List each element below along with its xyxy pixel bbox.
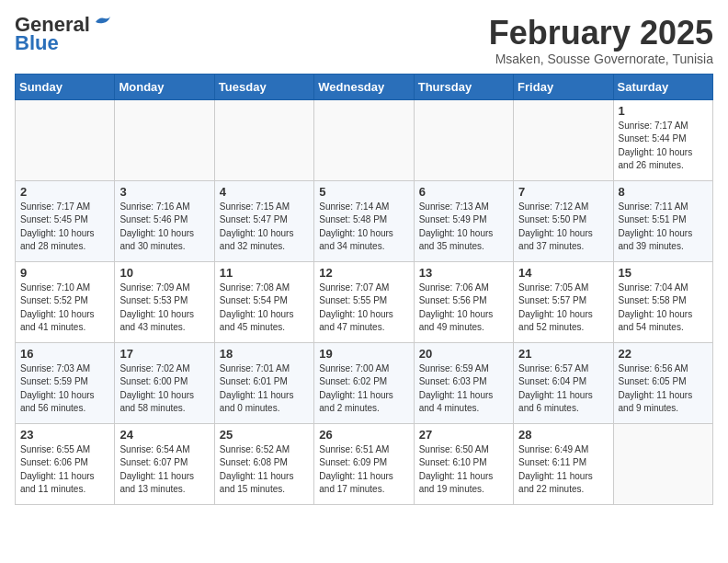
day-cell: 8Sunrise: 7:11 AM Sunset: 5:51 PM Daylig… [613,180,712,261]
day-cell: 4Sunrise: 7:15 AM Sunset: 5:47 PM Daylig… [214,180,313,261]
day-info: Sunrise: 7:17 AM Sunset: 5:45 PM Dayligh… [20,201,109,254]
day-cell: 28Sunrise: 6:49 AM Sunset: 6:11 PM Dayli… [514,423,613,504]
day-info: Sunrise: 6:49 AM Sunset: 6:11 PM Dayligh… [518,443,608,497]
day-info: Sunrise: 7:01 AM Sunset: 6:01 PM Dayligh… [220,362,309,416]
day-cell: 22Sunrise: 6:56 AM Sunset: 6:05 PM Dayli… [613,342,712,423]
day-cell: 20Sunrise: 6:59 AM Sunset: 6:03 PM Dayli… [414,342,513,423]
day-info: Sunrise: 7:13 AM Sunset: 5:49 PM Dayligh… [419,201,508,254]
day-number: 11 [220,266,309,280]
week-row-2: 2Sunrise: 7:17 AM Sunset: 5:45 PM Daylig… [16,180,713,261]
day-number: 8 [619,185,708,199]
day-cell: 9Sunrise: 7:10 AM Sunset: 5:52 PM Daylig… [16,261,115,342]
day-info: Sunrise: 7:04 AM Sunset: 5:58 PM Dayligh… [619,282,708,335]
weekday-header-sunday: Sunday [16,74,115,99]
day-number: 25 [220,428,309,442]
logo-bird-icon [92,15,112,29]
day-number: 20 [419,347,508,361]
day-cell: 7Sunrise: 7:12 AM Sunset: 5:50 PM Daylig… [514,180,613,261]
day-info: Sunrise: 6:59 AM Sunset: 6:03 PM Dayligh… [419,362,508,416]
day-cell: 3Sunrise: 7:16 AM Sunset: 5:46 PM Daylig… [115,180,214,261]
day-info: Sunrise: 7:02 AM Sunset: 6:00 PM Dayligh… [119,362,209,416]
day-info: Sunrise: 7:16 AM Sunset: 5:46 PM Dayligh… [119,201,209,254]
day-cell [214,99,313,180]
day-info: Sunrise: 6:52 AM Sunset: 6:08 PM Dayligh… [220,443,309,497]
logo-blue-text: Blue [15,33,59,53]
day-cell: 26Sunrise: 6:51 AM Sunset: 6:09 PM Dayli… [314,423,414,504]
day-info: Sunrise: 7:15 AM Sunset: 5:47 PM Dayligh… [220,201,309,254]
day-number: 7 [518,185,608,199]
day-info: Sunrise: 7:08 AM Sunset: 5:54 PM Dayligh… [220,282,309,335]
day-cell: 15Sunrise: 7:04 AM Sunset: 5:58 PM Dayli… [613,261,712,342]
day-info: Sunrise: 6:54 AM Sunset: 6:07 PM Dayligh… [119,443,209,497]
day-info: Sunrise: 7:00 AM Sunset: 6:02 PM Dayligh… [319,362,408,416]
day-number: 26 [319,428,408,442]
day-cell: 16Sunrise: 7:03 AM Sunset: 5:59 PM Dayli… [16,342,115,423]
day-number: 21 [518,347,608,361]
day-info: Sunrise: 7:14 AM Sunset: 5:48 PM Dayligh… [319,201,408,254]
day-cell: 19Sunrise: 7:00 AM Sunset: 6:02 PM Dayli… [314,342,414,423]
weekday-header-tuesday: Tuesday [214,74,313,99]
day-cell: 14Sunrise: 7:05 AM Sunset: 5:57 PM Dayli… [514,261,613,342]
day-cell: 12Sunrise: 7:07 AM Sunset: 5:55 PM Dayli… [314,261,414,342]
day-info: Sunrise: 7:06 AM Sunset: 5:56 PM Dayligh… [419,282,508,335]
day-number: 1 [619,104,708,118]
day-cell [115,99,214,180]
day-number: 24 [119,428,209,442]
day-number: 22 [619,347,708,361]
day-number: 17 [119,347,209,361]
day-number: 14 [518,266,608,280]
day-cell: 5Sunrise: 7:14 AM Sunset: 5:48 PM Daylig… [314,180,414,261]
page-header: General Blue February 2025 Msaken, Souss… [15,15,713,66]
title-block: February 2025 Msaken, Sousse Governorate… [489,15,713,66]
day-cell: 13Sunrise: 7:06 AM Sunset: 5:56 PM Dayli… [414,261,513,342]
weekday-header-wednesday: Wednesday [314,74,414,99]
day-number: 27 [419,428,508,442]
day-number: 15 [619,266,708,280]
day-number: 18 [220,347,309,361]
day-info: Sunrise: 7:07 AM Sunset: 5:55 PM Dayligh… [319,282,408,335]
day-cell [514,99,613,180]
day-info: Sunrise: 6:55 AM Sunset: 6:06 PM Dayligh… [20,443,109,497]
day-cell [16,99,115,180]
day-number: 2 [20,185,109,199]
day-cell: 17Sunrise: 7:02 AM Sunset: 6:00 PM Dayli… [115,342,214,423]
day-number: 10 [119,266,209,280]
day-cell: 2Sunrise: 7:17 AM Sunset: 5:45 PM Daylig… [16,180,115,261]
day-cell: 10Sunrise: 7:09 AM Sunset: 5:53 PM Dayli… [115,261,214,342]
week-row-3: 9Sunrise: 7:10 AM Sunset: 5:52 PM Daylig… [16,261,713,342]
day-info: Sunrise: 7:11 AM Sunset: 5:51 PM Dayligh… [619,201,708,254]
day-info: Sunrise: 7:17 AM Sunset: 5:44 PM Dayligh… [619,120,708,173]
logo: General Blue [15,15,112,53]
weekday-header-monday: Monday [115,74,214,99]
weekday-header-saturday: Saturday [613,74,712,99]
weekday-header-friday: Friday [514,74,613,99]
week-row-5: 23Sunrise: 6:55 AM Sunset: 6:06 PM Dayli… [16,423,713,504]
day-info: Sunrise: 6:56 AM Sunset: 6:05 PM Dayligh… [619,362,708,416]
day-info: Sunrise: 6:51 AM Sunset: 6:09 PM Dayligh… [319,443,408,497]
day-number: 28 [518,428,608,442]
day-cell: 23Sunrise: 6:55 AM Sunset: 6:06 PM Dayli… [16,423,115,504]
day-cell: 27Sunrise: 6:50 AM Sunset: 6:10 PM Dayli… [414,423,513,504]
day-number: 6 [419,185,508,199]
day-info: Sunrise: 7:09 AM Sunset: 5:53 PM Dayligh… [119,282,209,335]
day-cell: 18Sunrise: 7:01 AM Sunset: 6:01 PM Dayli… [214,342,313,423]
day-cell: 1Sunrise: 7:17 AM Sunset: 5:44 PM Daylig… [613,99,712,180]
day-cell: 24Sunrise: 6:54 AM Sunset: 6:07 PM Dayli… [115,423,214,504]
day-number: 19 [319,347,408,361]
weekday-header-thursday: Thursday [414,74,513,99]
month-year: February 2025 [489,15,713,52]
day-info: Sunrise: 7:10 AM Sunset: 5:52 PM Dayligh… [20,282,109,335]
day-info: Sunrise: 7:05 AM Sunset: 5:57 PM Dayligh… [518,282,608,335]
day-cell: 25Sunrise: 6:52 AM Sunset: 6:08 PM Dayli… [214,423,313,504]
day-info: Sunrise: 6:50 AM Sunset: 6:10 PM Dayligh… [419,443,508,497]
day-cell [414,99,513,180]
day-cell: 6Sunrise: 7:13 AM Sunset: 5:49 PM Daylig… [414,180,513,261]
day-cell: 11Sunrise: 7:08 AM Sunset: 5:54 PM Dayli… [214,261,313,342]
day-number: 9 [20,266,109,280]
weekday-header-row: SundayMondayTuesdayWednesdayThursdayFrid… [16,74,713,99]
day-info: Sunrise: 7:12 AM Sunset: 5:50 PM Dayligh… [518,201,608,254]
day-number: 3 [119,185,209,199]
day-number: 16 [20,347,109,361]
day-info: Sunrise: 7:03 AM Sunset: 5:59 PM Dayligh… [20,362,109,416]
day-number: 4 [220,185,309,199]
